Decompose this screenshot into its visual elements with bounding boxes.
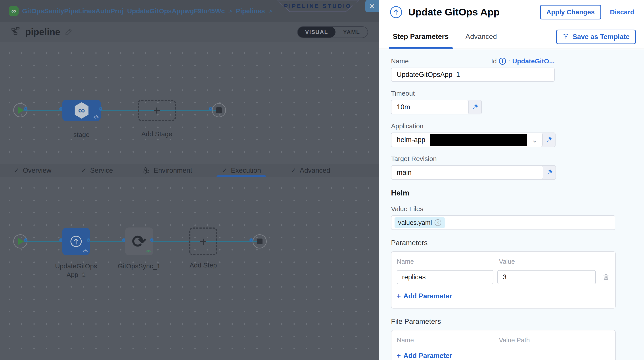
- tab-execution[interactable]: ✓ Execution: [222, 164, 261, 177]
- upload-template-icon: [562, 33, 570, 40]
- column-header-name: Name: [397, 258, 499, 265]
- value-files-input[interactable]: values.yaml ✕: [391, 215, 615, 230]
- application-pin-button[interactable]: [543, 133, 555, 147]
- connector-dot: [150, 238, 154, 242]
- application-label: Application: [391, 122, 644, 130]
- tab-step-parameters[interactable]: Step Parameters: [393, 24, 449, 49]
- code-badge-icon: </>: [82, 249, 88, 254]
- target-revision-input[interactable]: main: [392, 166, 543, 179]
- connector-dot: [24, 238, 28, 242]
- name-label: Name: [391, 57, 409, 65]
- upload-circle-icon: [70, 235, 82, 248]
- execution-canvas: </> ⟳ </> + UpdateGitOpsApp_1 GitOpsSync…: [0, 177, 378, 360]
- file-parameters-heading: File Parameters: [391, 317, 644, 326]
- button-label: Add Parameter: [404, 292, 452, 300]
- tab-label: Step Parameters: [393, 32, 449, 41]
- execution-end-node: [252, 234, 267, 248]
- tab-label: Advanced: [466, 32, 497, 41]
- add-step-button[interactable]: +: [189, 227, 217, 255]
- stage-tabbar: ✓ Overview ✓ Service Environment ✓: [0, 164, 378, 177]
- tab-environment[interactable]: Environment: [143, 164, 192, 177]
- close-icon: ×: [370, 1, 374, 11]
- delete-parameter-button[interactable]: [602, 273, 610, 282]
- sync-icon: ⟳: [132, 233, 146, 250]
- id-label: Id: [491, 57, 497, 65]
- id-separator: :: [508, 57, 510, 65]
- panel-title: Update GitOps App: [408, 6, 500, 18]
- add-file-parameter-button[interactable]: + Add Parameter: [397, 352, 610, 360]
- check-icon: ✓: [290, 167, 296, 174]
- add-stage-button[interactable]: +: [138, 100, 176, 121]
- tag-label: values.yaml: [398, 219, 432, 226]
- step-config-panel: Update GitOps App Apply Changes Discard …: [378, 0, 644, 360]
- toggle-visual-button[interactable]: VISUAL: [298, 27, 336, 37]
- add-step-label: Add Step: [181, 261, 225, 269]
- value-files-label: Value Files: [391, 205, 644, 213]
- timeout-input[interactable]: 10m: [392, 100, 469, 114]
- update-gitops-app-step-node[interactable]: </>: [62, 228, 90, 255]
- remove-tag-icon[interactable]: ✕: [434, 219, 441, 226]
- pipeline-title: pipeline: [25, 27, 60, 37]
- parameter-row: replicas 3: [397, 270, 610, 284]
- stage-node[interactable]: ∞ </>: [62, 100, 100, 121]
- breadcrumb-pipelines-link[interactable]: Pipelines: [236, 7, 265, 15]
- pipeline-studio-badge: PIPELINE STUDIO: [276, 0, 359, 12]
- active-tab-underline: [216, 175, 266, 177]
- tab-service[interactable]: ✓ Service: [81, 164, 113, 177]
- save-as-template-button[interactable]: Save as Template: [556, 30, 636, 44]
- timeout-pin-button[interactable]: [469, 100, 481, 114]
- connector-dot: [87, 238, 90, 242]
- update-step-label: UpdateGitOpsApp_1: [54, 262, 98, 279]
- tab-label: Service: [90, 167, 113, 175]
- apply-changes-button[interactable]: Apply Changes: [540, 5, 601, 19]
- target-revision-pin-button[interactable]: [543, 166, 556, 179]
- parameter-name-input[interactable]: replicas: [397, 270, 494, 284]
- button-label: Add Parameter: [404, 352, 452, 360]
- code-badge-icon: </>: [146, 249, 151, 254]
- check-icon: ✓: [222, 167, 227, 174]
- id-value-link[interactable]: UpdateGitO...: [512, 57, 555, 65]
- tab-overview[interactable]: ✓ Overview: [14, 164, 51, 177]
- tab-advanced[interactable]: ✓ Advanced: [290, 164, 330, 177]
- check-icon: ✓: [14, 167, 19, 174]
- add-parameter-button[interactable]: + Add Parameter: [397, 292, 610, 300]
- plus-icon: +: [153, 103, 160, 118]
- application-select[interactable]: helm-app ⌄: [392, 133, 543, 147]
- tab-label: Environment: [154, 167, 192, 175]
- pipeline-studio-badge-label: PIPELINE STUDIO: [277, 0, 358, 11]
- play-icon: [18, 107, 24, 114]
- helm-heading: Helm: [391, 189, 644, 197]
- column-header-value: Value: [499, 258, 515, 265]
- application-value: helm-app: [397, 136, 425, 144]
- file-parameters-card: Name Value Path + Add Parameter: [391, 330, 616, 360]
- pipeline-toolbar: pipeline VISUAL YAML: [0, 22, 378, 42]
- plus-icon: +: [397, 352, 401, 360]
- step-parameters-form: Name Id i : UpdateGitO... UpdateGitOpsAp…: [378, 49, 644, 360]
- value-file-tag: values.yaml ✕: [394, 217, 445, 228]
- update-gitops-app-icon: [390, 6, 402, 18]
- play-icon: [18, 238, 24, 245]
- svg-text:∞: ∞: [78, 105, 85, 115]
- discard-button[interactable]: Discard: [610, 8, 634, 16]
- name-input[interactable]: UpdateGitOpsApp_1: [391, 68, 555, 82]
- breadcrumb-project-link[interactable]: GitOpsSanityPipeLinesAutoProj_UpdateGitO…: [22, 7, 225, 15]
- tab-advanced-panel[interactable]: Advanced: [466, 24, 497, 49]
- pipeline-end-node: [212, 103, 226, 117]
- parameter-value-input[interactable]: 3: [498, 270, 596, 284]
- info-icon[interactable]: i: [499, 58, 506, 65]
- breadcrumb: ∞ GitOpsSanityPipeLinesAutoProj_UpdateGi…: [9, 6, 272, 16]
- panel-tabbar: Step Parameters Advanced Save as Templat…: [378, 24, 644, 49]
- gitops-sync-step-node[interactable]: ⟳ </>: [125, 227, 153, 255]
- edit-pencil-icon[interactable]: [65, 27, 73, 37]
- timeout-label: Timeout: [391, 90, 644, 97]
- active-tab-underline: [389, 47, 453, 49]
- target-revision-label: Target Revision: [391, 155, 644, 163]
- target-revision-field-group: main: [391, 165, 556, 180]
- chevron-down-icon[interactable]: ⌄: [532, 135, 538, 144]
- toggle-yaml-button[interactable]: YAML: [336, 27, 368, 37]
- parameters-card: Name Value replicas 3 + Add Parameter: [391, 251, 616, 309]
- studio-dimmed-area: ∞ GitOpsSanityPipeLinesAutoProj_UpdateGi…: [0, 0, 378, 360]
- connector-dot: [99, 107, 102, 111]
- close-panel-button[interactable]: ×: [365, 0, 378, 12]
- column-header-value-path: Value Path: [499, 337, 530, 344]
